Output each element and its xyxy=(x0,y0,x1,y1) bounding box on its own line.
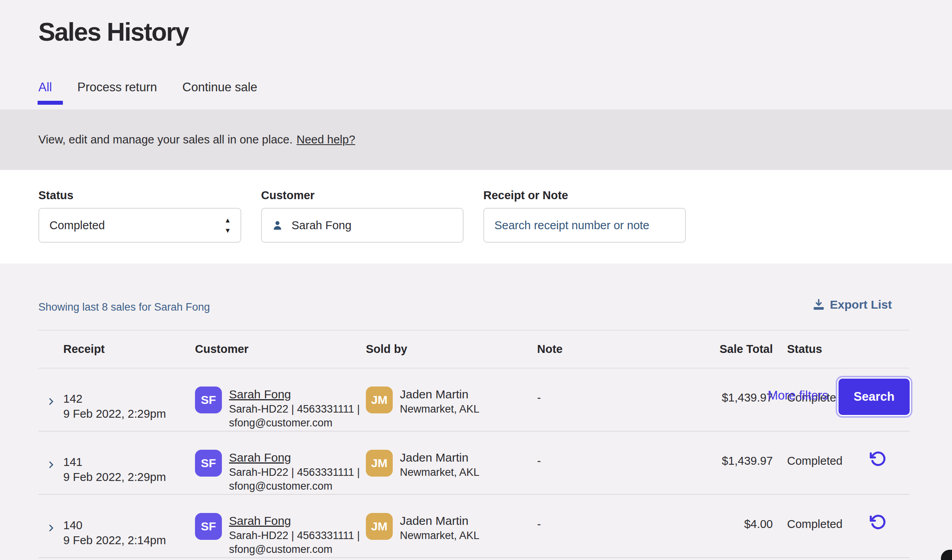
note-cell: - xyxy=(537,495,672,557)
status-label: Status xyxy=(38,188,241,202)
customer-name-link[interactable]: Sarah Fong xyxy=(229,451,291,464)
expand-row-button[interactable] xyxy=(38,495,63,557)
sale-total-cell: $4.00 xyxy=(672,495,773,557)
seller-avatar: JM xyxy=(366,387,393,413)
header-customer: Customer xyxy=(195,343,366,356)
seller-avatar: JM xyxy=(366,450,393,477)
customer-name-link[interactable]: Sarah Fong xyxy=(229,388,291,401)
info-banner: View, edit and manage your sales all in … xyxy=(0,109,952,170)
header-sale-total: Sale Total xyxy=(672,343,773,356)
sale-total-cell: $1,439.97 xyxy=(672,432,773,494)
seller-location: Newmarket, AKL xyxy=(400,466,537,479)
note-cell: - xyxy=(537,432,672,494)
status-select[interactable]: Completed ▲▼ xyxy=(38,208,241,243)
sale-total-cell: $1,439.97 xyxy=(672,368,773,431)
receipt-date: 9 Feb 2022, 2:29pm xyxy=(63,469,195,485)
seller-name: Jaden Martin xyxy=(400,450,537,466)
seller-name: Jaden Martin xyxy=(400,513,537,529)
return-rotate-ccw-icon xyxy=(870,514,886,530)
tab-bar: All Process return Continue sale xyxy=(38,80,283,105)
header-sold-by: Sold by xyxy=(366,343,537,356)
header-receipt: Receipt xyxy=(63,343,195,356)
table-row: 140 9 Feb 2022, 2:14pm SF Sarah Fong Sar… xyxy=(38,495,910,558)
expand-row-button[interactable] xyxy=(38,368,63,431)
customer-label: Customer xyxy=(261,188,464,202)
export-list-button[interactable]: Export List xyxy=(812,298,892,311)
page-header: Sales History All Process return Continu… xyxy=(0,0,952,109)
return-sale-button[interactable] xyxy=(846,432,910,494)
seller-name: Jaden Martin xyxy=(400,387,537,402)
receipt-number: 141 xyxy=(63,454,195,469)
chevron-right-icon xyxy=(46,523,56,533)
results-section: Showing last 8 sales for Sarah Fong Expo… xyxy=(0,264,952,558)
receipt-cell: 142 9 Feb 2022, 2:29pm xyxy=(63,368,195,431)
customer-cell: SF Sarah Fong Sarah-HD22 | 4563331111 | … xyxy=(195,368,366,431)
sales-table: Receipt Customer Sold by Note Sale Total… xyxy=(38,330,910,558)
receipt-number: 142 xyxy=(63,391,195,406)
seller-avatar: JM xyxy=(366,513,393,540)
seller-location: Newmarket, AKL xyxy=(400,529,537,543)
receipt-date: 9 Feb 2022, 2:29pm xyxy=(63,406,195,421)
header-note: Note xyxy=(537,343,672,356)
return-sale-button[interactable] xyxy=(846,495,910,557)
customer-avatar: SF xyxy=(195,387,222,413)
receipt-number: 140 xyxy=(63,518,195,533)
customer-cell: SF Sarah Fong Sarah-HD22 | 4563331111 | … xyxy=(195,495,366,557)
results-bar: Showing last 8 sales for Sarah Fong Expo… xyxy=(0,264,952,330)
customer-details: Sarah-HD22 | 4563331111 | sfong@customer… xyxy=(229,466,366,493)
seller-location: Newmarket, AKL xyxy=(400,402,537,416)
download-icon xyxy=(812,298,825,311)
filter-bar: Status Completed ▲▼ Customer Sarah Fong … xyxy=(0,170,952,264)
receipt-cell: 141 9 Feb 2022, 2:29pm xyxy=(63,432,195,494)
export-list-label: Export List xyxy=(830,298,892,311)
customer-avatar: SF xyxy=(195,450,222,477)
sold-by-cell: JM Jaden Martin Newmarket, AKL xyxy=(366,368,537,431)
table-row: 141 9 Feb 2022, 2:29pm SF Sarah Fong Sar… xyxy=(38,432,910,495)
person-icon xyxy=(272,220,283,231)
receipt-filter: Receipt or Note xyxy=(483,188,686,243)
expand-row-button[interactable] xyxy=(38,432,63,494)
sold-by-cell: JM Jaden Martin Newmarket, AKL xyxy=(366,432,537,494)
tab-all[interactable]: All xyxy=(38,80,52,105)
results-summary: Showing last 8 sales for Sarah Fong xyxy=(38,301,210,313)
chevron-right-icon xyxy=(46,460,56,469)
more-filters-link[interactable]: More filters xyxy=(768,388,828,403)
receipt-label: Receipt or Note xyxy=(483,188,686,202)
receipt-date: 9 Feb 2022, 2:14pm xyxy=(63,533,195,548)
customer-value: Sarah Fong xyxy=(291,219,352,232)
search-button[interactable]: Search xyxy=(838,379,910,415)
page-title: Sales History xyxy=(38,17,189,47)
customer-filter: Customer Sarah Fong xyxy=(261,188,464,243)
select-stepper-icon[interactable]: ▲▼ xyxy=(224,209,231,242)
header-status: Status xyxy=(773,343,846,356)
note-cell: - xyxy=(537,368,672,431)
customer-details: Sarah-HD22 | 4563331111 | sfong@customer… xyxy=(229,529,366,556)
table-header-row: Receipt Customer Sold by Note Sale Total… xyxy=(38,330,910,368)
tab-continue-sale[interactable]: Continue sale xyxy=(182,80,257,105)
customer-name-link[interactable]: Sarah Fong xyxy=(229,514,291,527)
chevron-right-icon xyxy=(46,397,56,406)
status-filter: Status Completed ▲▼ xyxy=(38,188,241,243)
receipt-search-input[interactable] xyxy=(484,209,685,242)
status-cell: Completed xyxy=(773,432,846,494)
status-value: Completed xyxy=(49,219,105,232)
return-rotate-ccw-icon xyxy=(870,451,886,467)
sold-by-cell: JM Jaden Martin Newmarket, AKL xyxy=(366,495,537,557)
status-cell: Completed xyxy=(773,495,846,557)
receipt-cell: 140 9 Feb 2022, 2:14pm xyxy=(63,495,195,557)
tab-process-return[interactable]: Process return xyxy=(77,80,157,105)
need-help-link[interactable]: Need help? xyxy=(297,133,355,146)
customer-details: Sarah-HD22 | 4563331111 | sfong@customer… xyxy=(229,402,366,430)
customer-field[interactable]: Sarah Fong xyxy=(261,208,464,243)
customer-cell: SF Sarah Fong Sarah-HD22 | 4563331111 | … xyxy=(195,432,366,494)
banner-text: View, edit and manage your sales all in … xyxy=(38,133,293,146)
customer-avatar: SF xyxy=(195,513,222,540)
